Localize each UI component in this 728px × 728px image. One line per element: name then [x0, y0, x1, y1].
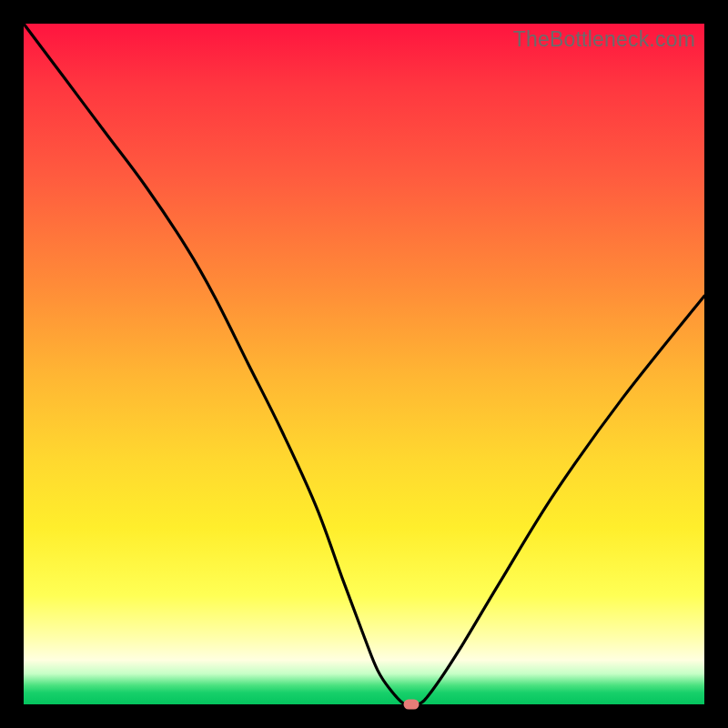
optimum-marker	[404, 700, 420, 710]
chart-frame: TheBottleneck.com	[0, 0, 728, 728]
bottleneck-curve	[24, 24, 704, 704]
plot-area: TheBottleneck.com	[24, 24, 704, 704]
curve-path	[24, 24, 704, 704]
